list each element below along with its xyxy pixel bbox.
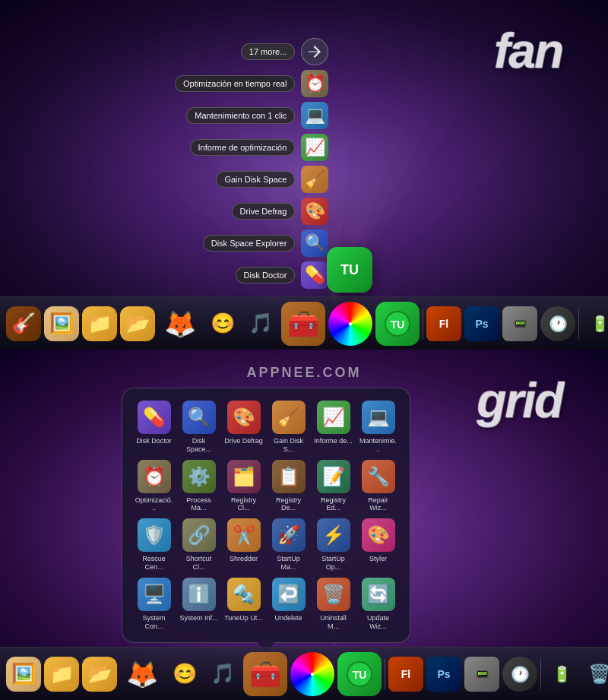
dock-photo[interactable]: 🖼️ [44,306,79,341]
fan-label-5: Drive Defrag [232,203,296,220]
fan-icon-more [301,38,328,65]
dock2-clock[interactable]: 🕐 [502,657,537,692]
grid-popup-grid: 💊 Disk Doctor 🔍 Disk Space... 🎨 Drive De… [135,401,397,630]
fan-item-4[interactable]: Gain Disk Space 🧹 [175,166,328,193]
dock2-photoshop[interactable]: Ps [426,657,461,692]
grid-app-startup-op[interactable]: ⚡ StartUp Op... [314,518,353,572]
grid-app-rescue-cen[interactable]: 🛡️ Rescue Cen... [135,518,173,572]
dock-cpu-monitor[interactable]: 📟 [502,306,537,341]
dock-photoshop[interactable]: Ps [464,306,499,341]
grid-app-system-con[interactable]: 🖥️ System Con... [135,578,173,631]
dock-flash[interactable]: Fl [426,306,461,341]
fan-icon-3: 📈 [301,134,328,161]
grid-app-disk-doctor[interactable]: 💊 Disk Doctor [135,401,173,454]
dock2-separator-2 [540,659,541,689]
fan-label: fan [494,23,562,79]
grid-app-shortcut-cl[interactable]: 🔗 Shortcut Cl... [179,518,218,572]
fan-label-4: Gain Disk Space [216,171,295,188]
fan-icon-1: ⏰ [301,70,328,97]
fan-icon-2: 💻 [301,102,328,129]
dock2-color-wheel[interactable]: ● [290,652,334,696]
bottom-section: APPNEE.COM grid 💊 Disk Doctor 🔍 Disk Spa… [0,350,608,700]
grid-app-tuneup[interactable]: 🔩 TuneUp Ut... [224,578,263,631]
top-dock: 🎸 🖼️ 📁 📂 🦊 😊 🎵 🧰 ● TU Fl Ps 📟 🕐 🔋 🗑️ ⏱ [0,296,608,350]
grid-app-label-disk-doctor: Disk Doctor [136,437,172,445]
fan-item-5[interactable]: Drive Defrag 🎨 [175,198,328,225]
grid-app-system-inf[interactable]: ℹ️ System Inf... [179,578,218,631]
dock-folder[interactable]: 📁 [82,306,117,341]
fan-label-6: Disk Space Explorer [203,235,296,252]
dock-tuneup[interactable]: TU [375,302,420,346]
more-label[interactable]: 17 more... [241,43,296,60]
dock2-battery[interactable]: 🔋 [544,657,579,692]
dock-battery[interactable]: 🔋 [582,306,608,341]
dock-folder-down[interactable]: 📂 [120,306,155,341]
fan-item-6[interactable]: Disk Space Explorer 🔍 [175,230,328,257]
dock-separator-2 [578,309,579,339]
grid-app-undelete[interactable]: ↩️ Undelete [269,578,308,631]
fan-item-1[interactable]: Optimización en tiempo real ⏰ [175,70,328,97]
dock2-cpu-monitor[interactable]: 📟 [464,657,499,692]
grid-app-registry-ed[interactable]: 📝 Registry Ed... [314,460,353,513]
dock2-trash[interactable]: 🗑️ [582,657,608,692]
svg-text:TU: TU [391,318,405,331]
grid-app-update-wiz[interactable]: 🔄 Update Wiz... [359,578,397,631]
grid-app-registry-cl[interactable]: 🗂️ Registry Cl... [224,460,263,513]
fan-label-3: Informe de optimización [190,139,296,156]
tuneup-center-icon[interactable]: TU [327,247,372,293]
fan-item-2[interactable]: Mantenimiento con 1 clic 💻 [175,102,328,129]
dock-separator-1 [423,309,423,339]
dock2-toolbox[interactable]: 🧰 [243,652,287,696]
dock2-itunes[interactable]: 🎵 [205,657,240,692]
fan-item-7[interactable]: Disk Doctor 💊 [175,261,328,289]
grid-app-optimizacion[interactable]: ⏰ Optimizació... [135,460,173,513]
fan-label-2: Mantenimiento con 1 clic [186,107,295,124]
dock-firefox[interactable]: 🦊 [158,302,202,346]
fan-label-1: Optimización en tiempo real [175,75,295,92]
dock2-photo[interactable]: 🖼️ [6,657,41,692]
dock-msn[interactable]: 😊 [205,306,240,341]
grid-app-drive-defrag[interactable]: 🎨 Drive Defrag [224,401,263,454]
grid-app-informe[interactable]: 📈 Informe de... [314,401,353,454]
top-section: fan 17 more... Optimización en tiempo re… [0,0,608,350]
dock2-tuneup[interactable]: TU [337,652,382,696]
dock2-firefox[interactable]: 🦊 [120,652,164,696]
dock-toolbox[interactable]: 🧰 [281,302,325,346]
fan-icon-6: 🔍 [301,230,328,257]
bottom-dock: 🖼️ 📁 📂 🦊 😊 🎵 🧰 ● TU Fl Ps 📟 🕐 🔋 🗑️ ⏱ [0,647,608,700]
dock2-folder-down[interactable]: 📂 [82,657,117,692]
grid-app-repair-wiz[interactable]: 🔧 Repair Wiz... [359,460,397,513]
appnee-watermark: APPNEE.COM [246,365,361,381]
dock2-msn[interactable]: 😊 [167,657,202,692]
dock-clock[interactable]: 🕐 [540,306,575,341]
grid-popup: 💊 Disk Doctor 🔍 Disk Space... 🎨 Drive De… [122,388,410,643]
grid-label: grid [477,372,562,429]
dock-itunes[interactable]: 🎵 [243,306,278,341]
dock2-flash[interactable]: Fl [388,657,423,692]
dock2-separator-1 [385,659,385,689]
svg-text:TU: TU [353,669,367,681]
grid-app-startup-ma[interactable]: 🚀 StartUp Ma... [269,518,308,572]
fan-item-3[interactable]: Informe de optimización 📈 [175,134,328,161]
fan-icon-4: 🧹 [301,166,328,193]
grid-app-registry-de[interactable]: 📋 Registry De... [269,460,308,513]
grid-app-process-ma[interactable]: ⚙️ Process Ma... [179,460,218,513]
grid-app-disk-space[interactable]: 🔍 Disk Space... [179,401,218,454]
grid-app-shredder[interactable]: ✂️ Shredder [224,518,263,572]
grid-app-styler[interactable]: 🎨 Styler [359,518,397,572]
dock2-folder[interactable]: 📁 [44,657,79,692]
fan-item-more[interactable]: 17 more... [175,38,328,65]
fan-icon-7: 💊 [301,261,328,289]
dock-guitar[interactable]: 🎸 [6,306,41,341]
fan-menu: 17 more... Optimización en tiempo real ⏰… [175,38,328,289]
fan-icon-5: 🎨 [301,198,328,225]
grid-app-uninstall[interactable]: 🗑️ Uninstall M... [314,578,353,631]
grid-app-gain-disk[interactable]: 🧹 Gain Disk S... [269,401,308,454]
dock-color-wheel[interactable]: ● [328,302,372,346]
grid-app-mantenimiento[interactable]: 💻 Mantenimie... [359,401,397,454]
fan-label-7: Disk Doctor [236,267,296,283]
